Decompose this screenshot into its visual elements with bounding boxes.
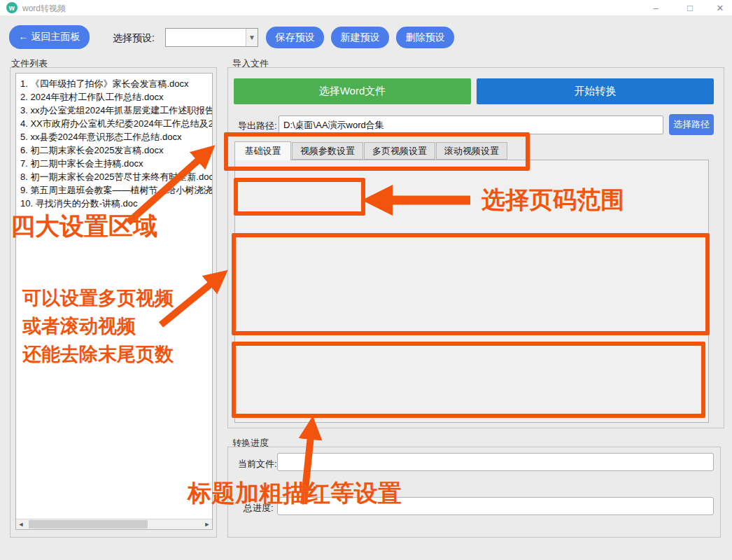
list-item[interactable]: 4. XX市政府办公室机关纪委2024年工作总结及2	[16, 117, 212, 130]
list-item[interactable]: 7. 初二期中家长会主持稿.docx	[16, 157, 212, 170]
choose-export-path-button[interactable]: 选择路径	[669, 114, 714, 135]
tab-video-params[interactable]: 视频参数设置	[292, 142, 363, 160]
horizontal-scrollbar[interactable]: ◄ ►	[16, 519, 212, 529]
scrollbar-thumb[interactable]	[29, 520, 148, 528]
tab-multipage-video[interactable]: 多页视频设置	[364, 142, 435, 160]
preset-combobox[interactable]: ▼	[165, 28, 258, 47]
export-path-input[interactable]	[279, 115, 663, 134]
save-preset-button[interactable]: 保存预设	[266, 27, 324, 48]
list-item[interactable]: 9. 第五周主题班会教案——植树节《给小树浇浇	[16, 183, 212, 197]
list-item[interactable]: 10. 寻找消失的分数-讲稿.doc	[16, 197, 212, 210]
list-item[interactable]: 1. 《四年级拍了拍你》家长会发言稿.docx	[16, 77, 212, 90]
list-item[interactable]: 2. 2024年驻村工作队工作总结.docx	[16, 90, 212, 104]
window-title: word转视频	[22, 3, 66, 15]
tab-scroll-video[interactable]: 滚动视频设置	[436, 142, 507, 160]
chevron-down-icon[interactable]: ▼	[246, 29, 258, 46]
tab-content-pane	[234, 160, 709, 423]
start-convert-button[interactable]: 开始转换	[477, 78, 714, 104]
list-item[interactable]: 5. xx县委2024年意识形态工作总结.docx	[16, 130, 212, 144]
titlebar: w word转视频 – □ ✕	[0, 0, 732, 15]
app-logo-icon: w	[6, 2, 17, 13]
delete-preset-button[interactable]: 删除预设	[396, 27, 454, 48]
scroll-right-icon[interactable]: ►	[202, 519, 212, 529]
minimize-button[interactable]: –	[642, 0, 670, 15]
preset-select-label: 选择预设:	[113, 32, 155, 45]
list-item[interactable]: 8. 初一期末家长会2025苦尽甘来终有时全新.doc	[16, 170, 212, 183]
list-item[interactable]: 3. xx办公室党组2024年抓基层党建工作述职报告	[16, 104, 212, 117]
scroll-left-icon[interactable]: ◄	[16, 519, 26, 529]
close-button[interactable]: ✕	[706, 0, 732, 15]
current-file-progressbar	[277, 453, 714, 471]
annotation-multi-line-3: 还能去除末尾页数	[22, 342, 174, 367]
new-preset-button[interactable]: 新建预设	[331, 27, 389, 48]
maximize-button[interactable]: □	[676, 0, 704, 15]
annotation-four-areas: 四大设置区域	[10, 210, 157, 243]
tab-basic-settings[interactable]: 基础设置	[234, 141, 291, 160]
annotation-multi-line-1: 可以设置多页视频	[22, 286, 174, 311]
annotation-multi-line-2: 或者滚动视频	[22, 314, 136, 339]
select-word-files-button[interactable]: 选择Word文件	[234, 78, 471, 104]
back-to-main-button[interactable]: ← 返回主面板	[9, 25, 90, 49]
export-path-label: 导出路径:	[238, 120, 277, 132]
current-file-label: 当前文件:	[238, 458, 277, 470]
list-item[interactable]: 6. 初二期末家长会2025发言稿.docx	[16, 144, 212, 157]
annotation-page-range-hint: 选择页码范围	[481, 184, 624, 216]
annotation-title-hint: 标题加粗描红等设置	[188, 477, 402, 510]
